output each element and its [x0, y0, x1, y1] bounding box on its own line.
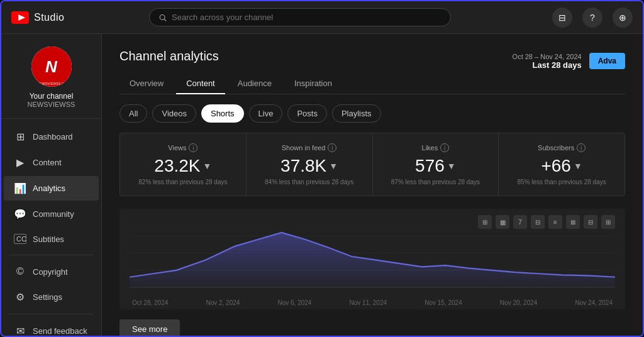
tab-content[interactable]: Content — [176, 74, 225, 94]
date-label: Last 28 days — [513, 60, 582, 70]
topbar: Studio ⊟ ? ⊕ — [1, 1, 643, 34]
sidebar-item-label: Send feedback — [33, 326, 87, 336]
chart-label-2: Nov 6, 2024 — [277, 299, 311, 306]
svg-line-3 — [164, 19, 166, 21]
search-icon — [158, 13, 167, 22]
logo-area: Studio — [11, 11, 93, 24]
stat-card-feed: Shown in feed i 37.8K ▼ 84% less than pr… — [247, 133, 372, 196]
stat-subs-label: Subscribers i — [538, 143, 586, 152]
tab-overview[interactable]: Overview — [119, 74, 174, 94]
sidebar-item-label: Subtitles — [33, 235, 64, 244]
chart-icon-1[interactable]: ⊞ — [478, 215, 492, 229]
chart-label-0: Oct 28, 2024 — [132, 299, 168, 306]
stat-feed-label: Shown in feed i — [282, 143, 337, 152]
dashboard-icon: ⊞ — [14, 131, 26, 143]
settings-icon: ⚙ — [14, 291, 26, 303]
help-button[interactable]: ? — [582, 8, 602, 28]
chart-label-3: Nov 11, 2024 — [350, 299, 387, 306]
chart-icon-3[interactable]: 7 — [513, 215, 527, 229]
stat-views-info-icon[interactable]: i — [189, 143, 197, 152]
chart-icon-5[interactable]: ≡ — [548, 215, 562, 229]
subtitles-icon: CC — [14, 234, 26, 244]
chart-icon-2[interactable]: ▦ — [496, 215, 509, 229]
content-icon: ▶ — [14, 157, 26, 168]
chart-icons-row: ⊞ ▦ 7 ⊟ ≡ ⊠ ⊟ ⊞ — [478, 215, 615, 229]
stat-views-desc: 82% less than previous 28 days — [138, 179, 227, 185]
notifications-button[interactable]: ⊟ — [552, 8, 572, 28]
sidebar-divider — [9, 255, 94, 255]
analytics-icon: 📊 — [14, 182, 26, 194]
tab-inspiration[interactable]: Inspiration — [284, 74, 342, 94]
sidebar-item-label: Dashboard — [33, 132, 73, 141]
avatar-sublabel: NEWSVIEWSS.IN — [37, 82, 65, 86]
content-header: Channel analytics Oct 28 – Nov 24, 2024 … — [119, 49, 625, 74]
sidebar-item-label: Analytics — [33, 184, 65, 193]
stat-views-value: 23.2K ▼ — [154, 156, 211, 176]
filter-shorts[interactable]: Shorts — [201, 104, 244, 123]
content-area: Channel analytics Oct 28 – Nov 24, 2024 … — [102, 34, 643, 337]
stat-feed-value: 37.8K ▼ — [280, 156, 338, 176]
sidebar: N NEWSVIEWSS.IN Your channel NEWSVIEWSS … — [1, 34, 102, 337]
svg-point-2 — [160, 14, 165, 19]
tab-audience[interactable]: Audience — [228, 74, 282, 94]
filter-playlists[interactable]: Playlists — [332, 104, 381, 123]
stat-likes-info-icon[interactable]: i — [440, 143, 449, 152]
sidebar-item-dashboard[interactable]: ⊞ Dashboard — [4, 124, 99, 149]
stat-subs-trend-icon: ▼ — [574, 161, 582, 171]
filter-videos[interactable]: Videos — [152, 104, 196, 123]
search-input[interactable] — [172, 13, 441, 22]
stat-card-views: Views i 23.2K ▼ 82% less than previous 2… — [120, 133, 246, 196]
chart-icon-6[interactable]: ⊠ — [566, 215, 580, 229]
chart-label-5: Nov 20, 2024 — [500, 299, 538, 306]
sidebar-nav: ⊞ Dashboard ▶ Content 📊 Analytics 💬 Comm… — [1, 119, 101, 337]
filter-all[interactable]: All — [119, 104, 147, 123]
stat-views-trend-icon: ▼ — [203, 161, 212, 171]
advanced-button[interactable]: Adva — [589, 53, 625, 69]
filter-row: All Videos Shorts Live Posts Playlists — [119, 104, 625, 123]
community-icon: 💬 — [14, 208, 26, 220]
copyright-icon: © — [14, 266, 26, 277]
chart-icon-7[interactable]: ⊟ — [584, 215, 597, 229]
filter-posts[interactable]: Posts — [287, 104, 327, 123]
stat-views-label: Views i — [168, 143, 197, 152]
sidebar-item-settings[interactable]: ⚙ Settings — [4, 285, 99, 309]
sidebar-item-community[interactable]: 💬 Community — [4, 202, 99, 226]
feedback-icon: ✉ — [14, 325, 26, 337]
channel-info: N NEWSVIEWSS.IN Your channel NEWSVIEWSS — [1, 39, 101, 119]
stat-likes-value: 576 ▼ — [415, 156, 456, 176]
stat-feed-info-icon[interactable]: i — [328, 143, 336, 152]
stat-card-likes: Likes i 576 ▼ 87% less than previous 28 … — [373, 133, 499, 196]
sidebar-item-content[interactable]: ▶ Content — [4, 150, 99, 175]
avatar: N NEWSVIEWSS.IN — [31, 47, 72, 87]
stat-subs-info-icon[interactable]: i — [577, 143, 586, 152]
create-button[interactable]: ⊕ — [613, 8, 633, 28]
sidebar-item-feedback[interactable]: ✉ Send feedback — [4, 319, 99, 337]
chart-label-6: Nov 24, 2024 — [575, 299, 613, 306]
chart-container: ⊞ ▦ 7 ⊟ ≡ ⊠ ⊟ ⊞ — [119, 209, 625, 309]
channel-handle: NEWSVIEWSS — [28, 101, 75, 108]
sidebar-item-subtitles[interactable]: CC Subtitles — [4, 228, 99, 250]
date-range-text: Oct 28 – Nov 24, 2024 — [513, 53, 582, 60]
search-input-wrap[interactable] — [149, 8, 451, 26]
sidebar-item-label: Settings — [33, 292, 62, 302]
sidebar-item-analytics[interactable]: 📊 Analytics — [4, 176, 99, 201]
stat-subs-value: +66 ▼ — [541, 156, 582, 176]
main-layout: N NEWSVIEWSS.IN Your channel NEWSVIEWSS … — [1, 34, 643, 337]
stat-feed-trend-icon: ▼ — [329, 161, 338, 171]
stat-subs-desc: 85% less than previous 28 days — [518, 179, 606, 185]
chart-label-4: Nov 15, 2024 — [425, 299, 462, 306]
stat-likes-label: Likes i — [422, 143, 450, 152]
tabs-row: Overview Content Audience Inspiration — [119, 74, 625, 94]
stat-feed-desc: 84% less than previous 28 days — [265, 179, 353, 185]
page-title: Channel analytics — [119, 49, 219, 64]
youtube-logo-icon — [11, 11, 29, 24]
sidebar-divider-2 — [9, 314, 94, 314]
stat-card-subscribers: Subscribers i +66 ▼ 85% less than previo… — [499, 133, 625, 196]
chart-icon-8[interactable]: ⊞ — [601, 215, 615, 229]
sidebar-item-label: Content — [33, 158, 62, 167]
filter-live[interactable]: Live — [249, 104, 283, 123]
topbar-icons: ⊟ ? ⊕ — [552, 8, 633, 28]
sidebar-item-copyright[interactable]: © Copyright — [4, 260, 99, 284]
chart-icon-4[interactable]: ⊟ — [531, 215, 545, 229]
see-more-button[interactable]: See more — [119, 319, 180, 337]
